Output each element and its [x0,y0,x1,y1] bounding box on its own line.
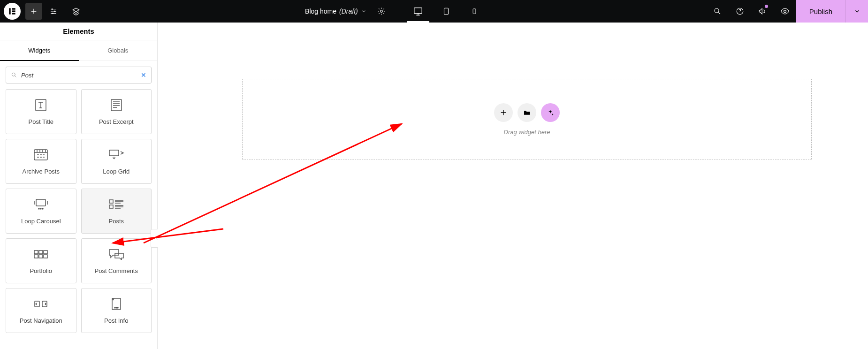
svg-point-7 [380,10,382,13]
notification-dot [765,5,768,8]
eye-icon [780,7,790,16]
publish-label: Publish [809,8,832,15]
portfolio-icon [33,250,48,259]
page-settings-button[interactable] [370,0,393,23]
post-comments-icon [108,249,124,260]
svg-point-4 [52,8,53,10]
svg-rect-3 [12,13,15,14]
add-element-button[interactable] [25,3,42,20]
tab-globals[interactable]: Globals [79,40,158,61]
add-section-button[interactable] [494,103,513,122]
widget-portfolio[interactable]: Portfolio [6,238,76,283]
dropzone-actions [494,103,560,122]
empty-section-dropzone[interactable]: Drag widget here [242,79,812,159]
widget-post-excerpt[interactable]: Post Excerpt [81,89,152,134]
announcement-icon [758,7,767,15]
svg-point-14 [12,73,15,76]
publish-options-button[interactable] [845,0,868,23]
clear-search-button[interactable]: ✕ [141,71,146,79]
elementor-logo-icon [8,7,17,16]
chevron-down-icon [854,8,860,15]
widget-loop-grid[interactable]: Loop Grid [81,139,152,184]
desktop-icon [413,6,423,16]
panel-tabs: Widgets Globals [0,40,157,61]
widget-loop-carousel[interactable]: Loop Carousel [6,189,76,234]
svg-rect-10 [473,9,476,14]
editor-canvas[interactable]: Drag widget here [158,23,868,349]
help-icon [736,7,744,15]
svg-point-36 [117,307,118,308]
post-title-icon [34,99,48,112]
layers-icon [72,7,80,15]
widget-post-comments[interactable]: Post Comments [81,238,152,283]
search-icon [713,7,722,15]
topbar: Blog home (Draft) [0,0,868,23]
finder-button[interactable] [706,0,729,23]
document-title-text: Blog home [305,8,336,15]
svg-rect-27 [44,250,47,254]
svg-point-11 [715,8,719,13]
svg-point-35 [116,307,117,308]
document-status: (Draft) [339,8,358,15]
preview-button[interactable] [774,0,796,23]
svg-rect-29 [39,255,43,258]
mobile-icon [471,6,478,16]
topbar-left [0,0,87,23]
topbar-right: Publish [706,0,868,23]
loop-carousel-icon [32,198,49,211]
workspace: Elements Widgets Globals ✕ Post Title Po… [0,23,868,349]
svg-rect-30 [44,255,47,258]
widget-search-input[interactable] [21,72,137,79]
svg-point-13 [784,10,786,13]
post-excerpt-icon [109,99,123,112]
publish-button[interactable]: Publish [796,0,845,23]
post-navigation-icon [34,299,48,309]
posts-icon [108,199,124,210]
help-button[interactable] [729,0,751,23]
chevron-down-icon [361,8,366,14]
svg-rect-18 [109,150,119,156]
elementor-logo[interactable] [4,3,21,20]
svg-rect-25 [34,250,38,254]
structure-button[interactable] [65,0,87,23]
svg-rect-24 [109,205,113,208]
search-wrap: ✕ [0,61,157,89]
svg-rect-19 [36,199,46,206]
svg-rect-28 [34,255,38,258]
device-desktop[interactable] [404,0,432,23]
svg-rect-23 [109,200,113,203]
topbar-center: Blog home (Draft) [87,0,706,23]
svg-point-22 [42,208,43,209]
svg-rect-0 [9,8,10,14]
tab-widgets[interactable]: Widgets [0,40,79,61]
whats-new-button[interactable] [751,0,774,23]
folder-icon [523,109,531,116]
dropzone-hint: Drag widget here [504,129,550,136]
svg-rect-2 [12,10,15,12]
widget-search-box[interactable]: ✕ [6,67,152,83]
tablet-icon [442,6,450,16]
widgets-grid: Post Title Post Excerpt Archive Posts Lo… [0,89,157,339]
widget-archive-posts[interactable]: Archive Posts [6,139,76,184]
svg-rect-26 [39,250,43,254]
widget-post-title[interactable]: Post Title [6,89,76,134]
site-settings-button[interactable] [42,0,65,23]
widget-posts[interactable]: Posts [81,189,152,234]
svg-rect-16 [111,99,122,111]
widget-post-info[interactable]: Post Info [81,288,152,333]
plus-icon [500,109,507,116]
svg-point-20 [38,208,39,209]
device-mobile[interactable] [460,0,488,23]
sliders-icon [49,7,58,15]
template-library-button[interactable] [518,103,536,122]
elements-panel: Elements Widgets Globals ✕ Post Title Po… [0,23,158,349]
svg-rect-8 [414,8,422,14]
svg-rect-1 [12,8,15,9]
svg-point-34 [114,307,115,308]
ai-button[interactable] [541,103,560,122]
device-tablet[interactable] [432,0,460,23]
widget-post-navigation[interactable]: Post Navigation [6,288,76,333]
sparkle-icon [547,109,554,116]
svg-point-21 [40,208,41,209]
document-title-dropdown[interactable]: Blog home (Draft) [305,8,366,15]
